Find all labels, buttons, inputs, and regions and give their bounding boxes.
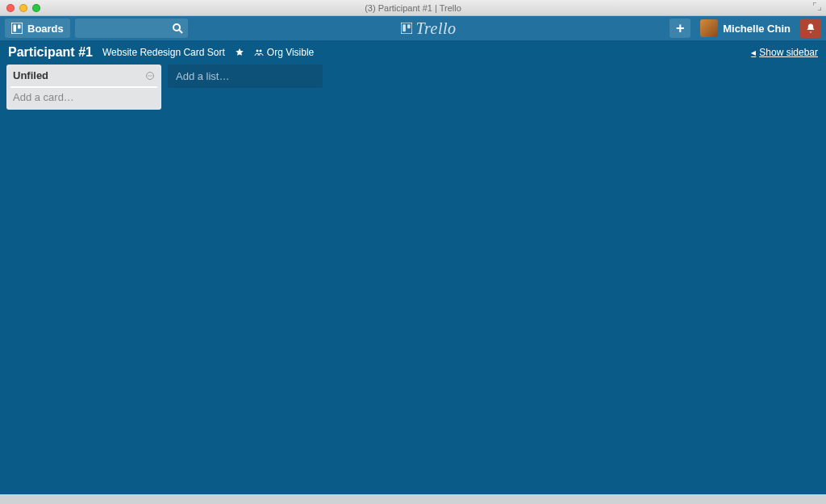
user-menu[interactable]: Michelle Chin [695, 19, 795, 38]
add-card-button[interactable]: Add a card… [6, 86, 161, 110]
app-frame: Boards Trello + Michelle Chin Partici [0, 16, 826, 504]
star-board-button[interactable] [235, 48, 244, 57]
horizontal-scrollbar[interactable] [0, 494, 826, 504]
svg-rect-6 [403, 24, 407, 31]
board-subtitle[interactable]: Website Redesign Card Sort [102, 47, 225, 58]
org-icon [254, 48, 264, 57]
fullscreen-icon[interactable] [813, 2, 821, 10]
window-close-button[interactable] [6, 4, 15, 12]
boards-button[interactable]: Boards [5, 19, 70, 38]
window-controls [0, 4, 40, 12]
card[interactable]: Who We Are [10, 86, 158, 88]
svg-rect-7 [407, 24, 411, 28]
window-minimize-button[interactable] [19, 4, 27, 12]
svg-point-12 [149, 75, 150, 76]
trello-logo[interactable]: Trello [193, 19, 665, 38]
boards-icon [11, 23, 23, 34]
window-titlebar: (3) Participant #1 | Trello [0, 0, 826, 16]
board-canvas: Unfiled Who We AreAnnual LetterMission, … [0, 65, 826, 494]
board-header: Participant #1 Website Redesign Card Sor… [0, 40, 826, 65]
list-header: Unfiled [6, 65, 161, 86]
board-visibility[interactable]: Org Visible [254, 47, 314, 58]
board-visibility-label: Org Visible [267, 47, 314, 58]
svg-point-11 [148, 75, 148, 76]
board-title[interactable]: Participant #1 [8, 45, 93, 60]
show-sidebar-button[interactable]: ◂ Show sidebar [751, 47, 818, 58]
list-menu-button[interactable] [145, 71, 155, 81]
svg-line-4 [179, 30, 182, 33]
list-unfiled: Unfiled Who We AreAnnual LetterMission, … [6, 65, 161, 110]
svg-point-13 [151, 75, 152, 76]
svg-rect-0 [11, 23, 23, 34]
notifications-button[interactable] [800, 19, 821, 38]
svg-point-9 [259, 50, 261, 52]
add-list-button[interactable]: Add a list… [168, 65, 323, 88]
trello-logo-icon [401, 23, 412, 34]
svg-point-8 [256, 50, 258, 52]
list-title[interactable]: Unfiled [13, 69, 48, 81]
trello-logo-text: Trello [415, 19, 456, 38]
create-button[interactable]: + [670, 19, 690, 38]
window-zoom-button[interactable] [32, 4, 40, 12]
svg-rect-2 [18, 25, 21, 29]
avatar [700, 19, 718, 37]
user-name: Michelle Chin [723, 23, 791, 35]
boards-button-label: Boards [27, 23, 64, 35]
star-icon [235, 48, 244, 57]
cards-container[interactable]: Who We AreAnnual LetterMission, Vision a… [6, 86, 161, 88]
bell-icon [805, 23, 816, 34]
plus-icon: + [676, 20, 685, 37]
window-title: (3) Participant #1 | Trello [0, 3, 826, 13]
ellipsis-icon [145, 71, 155, 81]
chevron-left-icon: ◂ [751, 47, 756, 58]
search-icon [172, 23, 183, 34]
svg-rect-1 [14, 25, 17, 32]
search-box[interactable] [75, 19, 188, 38]
global-nav: Boards Trello + Michelle Chin [0, 16, 826, 40]
show-sidebar-label: Show sidebar [759, 47, 818, 58]
svg-rect-5 [401, 23, 412, 34]
svg-point-3 [173, 24, 180, 31]
